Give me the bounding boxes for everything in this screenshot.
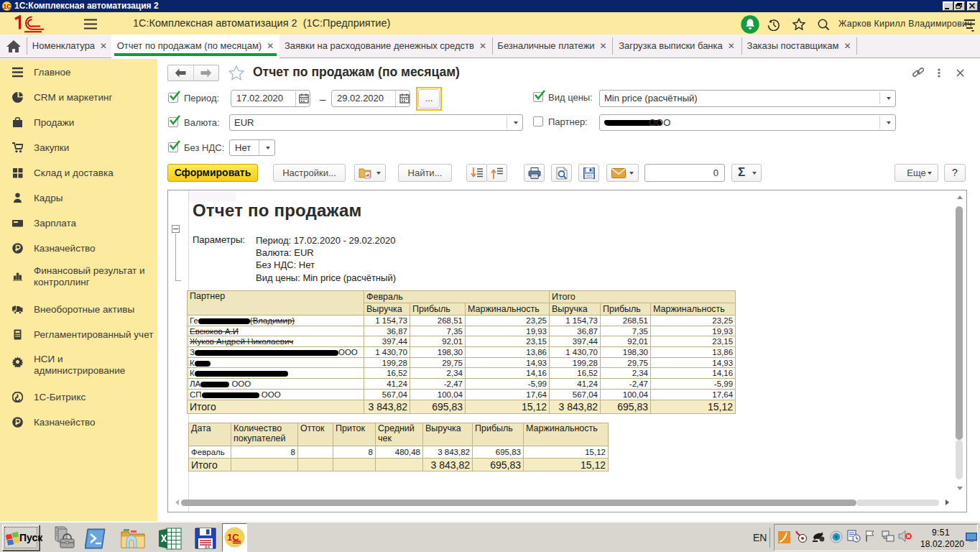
svg-text:64: 64 xyxy=(205,545,211,550)
svg-text:1С: 1С xyxy=(4,3,11,10)
